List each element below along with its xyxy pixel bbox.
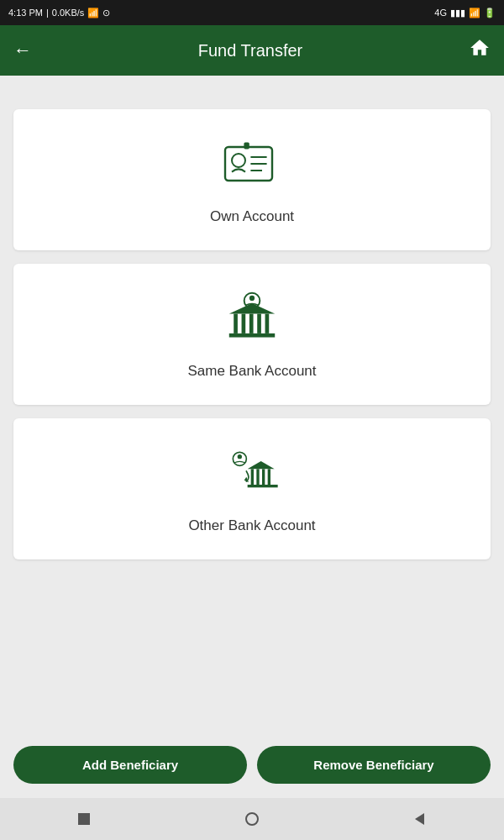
svg-rect-20: [262, 469, 265, 485]
svg-marker-26: [415, 813, 424, 825]
page-title: Fund Transfer: [198, 41, 303, 60]
svg-point-7: [249, 296, 255, 301]
add-beneficiary-button[interactable]: Add Beneficiary: [13, 746, 247, 784]
svg-rect-5: [244, 142, 249, 149]
svg-point-25: [246, 813, 258, 825]
nav-square-button[interactable]: [71, 806, 97, 832]
battery-icon: 🔋: [484, 8, 496, 18]
svg-rect-18: [251, 469, 254, 485]
svg-point-16: [238, 454, 242, 459]
svg-rect-11: [257, 314, 261, 333]
time-label: 4:13 PM: [8, 8, 43, 18]
other-bank-icon: [218, 444, 286, 506]
svg-rect-8: [234, 314, 238, 333]
app-header: ← Fund Transfer: [0, 25, 504, 76]
same-bank-icon: [218, 289, 286, 351]
carrier-label: 4G: [434, 8, 447, 18]
nav-bar: [0, 798, 504, 840]
status-bar: 4:13 PM | 0.0KB/s 📶 ⊙ 4G ▮▮▮ 📶 🔋: [0, 0, 504, 25]
other-bank-card[interactable]: Other Bank Account: [13, 418, 491, 559]
data-icon: ⊙: [102, 8, 110, 18]
back-button[interactable]: ←: [13, 39, 32, 61]
svg-rect-21: [268, 469, 270, 485]
svg-rect-24: [78, 813, 90, 825]
svg-rect-12: [265, 314, 270, 333]
svg-point-1: [232, 154, 245, 167]
bottom-buttons: Add Beneficiary Remove Beneficiary: [0, 731, 504, 798]
data-speed: 0.0KB/s: [52, 8, 85, 18]
status-bar-right: 4G ▮▮▮ 📶 🔋: [434, 8, 496, 18]
remove-beneficiary-button[interactable]: Remove Beneficiary: [257, 746, 491, 784]
svg-rect-10: [249, 314, 254, 333]
svg-rect-19: [256, 469, 259, 485]
own-account-card[interactable]: Own Account: [13, 109, 491, 250]
nav-back-button[interactable]: [407, 806, 433, 832]
home-button[interactable]: [469, 37, 491, 64]
svg-marker-22: [248, 461, 275, 469]
other-bank-label: Other Bank Account: [188, 517, 315, 534]
svg-marker-13: [229, 303, 275, 313]
same-bank-label: Same Bank Account: [187, 363, 316, 380]
svg-rect-23: [248, 485, 278, 487]
svg-rect-14: [229, 333, 275, 338]
svg-rect-9: [242, 314, 246, 333]
own-account-icon: [218, 134, 286, 197]
signal-bars: ▮▮▮: [450, 8, 465, 18]
nav-home-button[interactable]: [239, 806, 265, 832]
same-bank-card[interactable]: Same Bank Account: [13, 264, 491, 405]
status-bar-left: 4:13 PM | 0.0KB/s 📶 ⊙: [8, 8, 110, 18]
own-account-label: Own Account: [210, 208, 294, 225]
main-content: Own Account Same Bank Account: [0, 76, 504, 731]
network-label: |: [46, 8, 49, 18]
signal-icon: 📶: [87, 8, 99, 18]
wifi-icon: 📶: [469, 8, 480, 18]
